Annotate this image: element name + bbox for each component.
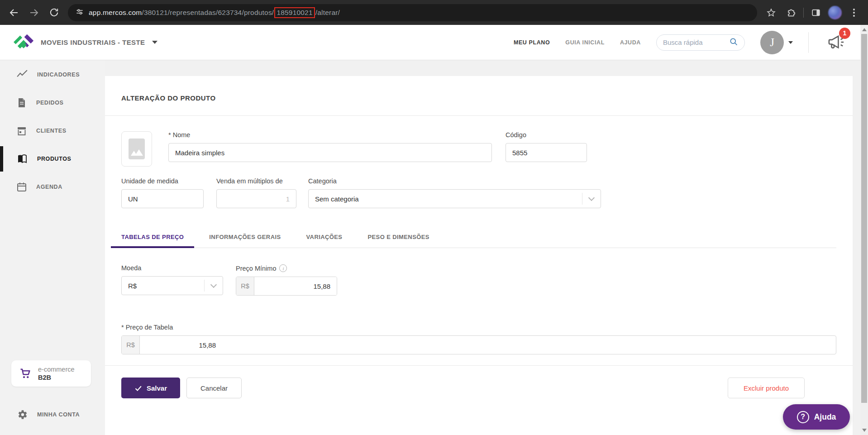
multiplos-input[interactable]	[216, 189, 296, 208]
announcements-button[interactable]: 1	[824, 30, 849, 55]
title-divider	[105, 115, 853, 116]
sidebar-item-label: CLIENTES	[36, 128, 67, 134]
user-menu[interactable]: J	[760, 31, 793, 54]
browser-menu-icon[interactable]	[846, 5, 862, 20]
chevron-down-icon	[205, 285, 223, 287]
categoria-select[interactable]: Sem categoria	[308, 189, 601, 208]
preco-minimo-group: R$	[236, 277, 337, 296]
sidebar-item-label: PRODUTOS	[37, 156, 71, 162]
company-name: MOVEIS INDUSTRIAIS - TESTE	[41, 38, 145, 46]
ecommerce-b2b-button[interactable]: e-commerce B2B	[11, 360, 91, 387]
preco-tabela-label: * Preço de Tabela	[121, 324, 836, 331]
ajuda-label: Ajuda	[814, 412, 836, 422]
sidebar-item-minha-conta[interactable]: MINHA CONTA	[0, 403, 105, 426]
nome-label: * Nome	[168, 131, 492, 139]
ecommerce-label: e-commerce	[38, 365, 75, 373]
mercos-logo-icon	[14, 33, 34, 53]
categoria-value: Sem categoria	[309, 195, 582, 203]
nav-ajuda[interactable]: AJUDA	[620, 39, 641, 46]
forward-icon[interactable]	[26, 5, 42, 20]
preco-minimo-input[interactable]	[254, 277, 337, 295]
company-selector[interactable]: MOVEIS INDUSTRIAIS - TESTE	[14, 33, 157, 53]
sidebar-item-indicadores[interactable]: INDICADORES	[0, 61, 105, 89]
nav-guia-inicial[interactable]: GUIA INICIAL	[565, 39, 605, 46]
cart-icon	[19, 367, 32, 380]
nome-input[interactable]	[168, 143, 492, 162]
page-scrollbar[interactable]	[860, 25, 868, 435]
moeda-select[interactable]: R$	[121, 276, 223, 295]
url-path-after: /alterar/	[315, 9, 340, 16]
extensions-icon[interactable]	[783, 5, 799, 20]
browser-toolbar: app.mercos.com/380121/representadas/6237…	[0, 0, 868, 25]
product-tabs: TABELAS DE PREÇO INFORMAÇÕES GERAIS VARI…	[121, 231, 836, 248]
currency-prefix: R$	[236, 277, 254, 295]
quick-search[interactable]	[656, 34, 745, 51]
cancelar-button[interactable]: Cancelar	[186, 378, 242, 398]
multiplos-label: Venda em múltiplos de	[216, 177, 296, 185]
gear-icon	[16, 409, 28, 421]
codigo-input[interactable]	[506, 143, 587, 162]
sidebar-item-label: INDICADORES	[37, 72, 80, 78]
sidebar-item-pedidos[interactable]: PEDIDOS	[0, 89, 105, 117]
address-bar[interactable]: app.mercos.com/380121/representadas/6237…	[68, 4, 757, 21]
salvar-label: Salvar	[147, 384, 167, 392]
unidade-input[interactable]	[121, 189, 204, 208]
scroll-down-arrow[interactable]	[860, 426, 868, 434]
bookmark-star-icon[interactable]	[763, 5, 779, 20]
moeda-value: R$	[122, 282, 204, 290]
image-icon	[129, 139, 145, 159]
search-icon[interactable]	[729, 37, 738, 48]
user-caret-icon	[788, 41, 793, 44]
categoria-label: Categoria	[308, 177, 601, 185]
salvar-button[interactable]: Salvar	[121, 378, 180, 398]
currency-prefix: R$	[122, 336, 140, 354]
calendar-icon	[16, 182, 27, 192]
reload-icon[interactable]	[46, 5, 62, 20]
preco-tabela-group: R$	[121, 335, 836, 354]
preco-tabela-input[interactable]	[140, 336, 222, 354]
info-icon[interactable]: i	[279, 264, 287, 272]
notification-badge: 1	[839, 28, 850, 39]
check-icon	[134, 384, 142, 392]
footer-divider	[105, 365, 853, 366]
app-header: MOVEIS INDUSTRIAIS - TESTE MEU PLANO GUI…	[0, 25, 860, 60]
scroll-up-arrow[interactable]	[860, 26, 868, 33]
scrollbar-thumb[interactable]	[861, 34, 867, 403]
codigo-label: Código	[506, 131, 587, 139]
sidebar-item-label: PEDIDOS	[36, 100, 63, 106]
tab-informacoes-gerais[interactable]: INFORMAÇÕES GERAIS	[209, 231, 281, 248]
sidebar-item-produtos[interactable]: PRODUTOS	[0, 145, 105, 173]
search-input[interactable]	[663, 38, 725, 46]
browser-profile-avatar[interactable]	[828, 6, 842, 19]
product-edit-panel: ALTERAÇÃO DO PRODUTO * Nome Código Unida…	[105, 76, 853, 435]
sidebar-item-agenda[interactable]: AGENDA	[0, 173, 105, 201]
url-path: /380121/representadas/623734/produtos/	[142, 9, 274, 16]
site-info-icon[interactable]	[75, 7, 84, 18]
tab-peso-e-dimensoes[interactable]: PESO E DIMENSÕES	[367, 231, 429, 248]
excluir-produto-button[interactable]: Excluir produto	[728, 378, 805, 398]
user-avatar[interactable]: J	[760, 31, 784, 54]
side-panel-icon[interactable]	[808, 5, 824, 20]
url-host: app.mercos.com	[89, 9, 142, 16]
product-image-placeholder[interactable]	[121, 131, 152, 167]
moeda-label: Moeda	[121, 264, 223, 272]
company-caret-icon	[152, 41, 157, 44]
preco-minimo-label: Preço Mínimo	[236, 265, 276, 272]
sidebar: INDICADORES PEDIDOS CLIENTES PRODUTOS	[0, 61, 105, 435]
sidebar-item-clientes[interactable]: CLIENTES	[0, 117, 105, 145]
sidebar-item-label: AGENDA	[36, 184, 62, 190]
nav-meu-plano[interactable]: MEU PLANO	[514, 39, 550, 46]
screen: app.mercos.com/380121/representadas/6237…	[0, 0, 868, 435]
ajuda-floating-button[interactable]: ? Ajuda	[783, 404, 850, 430]
header-divider	[808, 32, 809, 53]
toolbar-divider	[803, 8, 804, 18]
document-icon	[16, 97, 27, 108]
chevron-down-icon	[582, 198, 601, 200]
tab-variacoes[interactable]: VARIAÇÕES	[306, 231, 343, 248]
back-icon[interactable]	[6, 5, 22, 20]
b2b-label: B2B	[38, 373, 75, 382]
tab-tabelas-de-preco[interactable]: TABELAS DE PREÇO	[121, 231, 184, 248]
unidade-label: Unidade de medida	[121, 177, 204, 185]
question-mark-icon: ?	[797, 411, 809, 423]
storefront-icon	[16, 125, 27, 136]
